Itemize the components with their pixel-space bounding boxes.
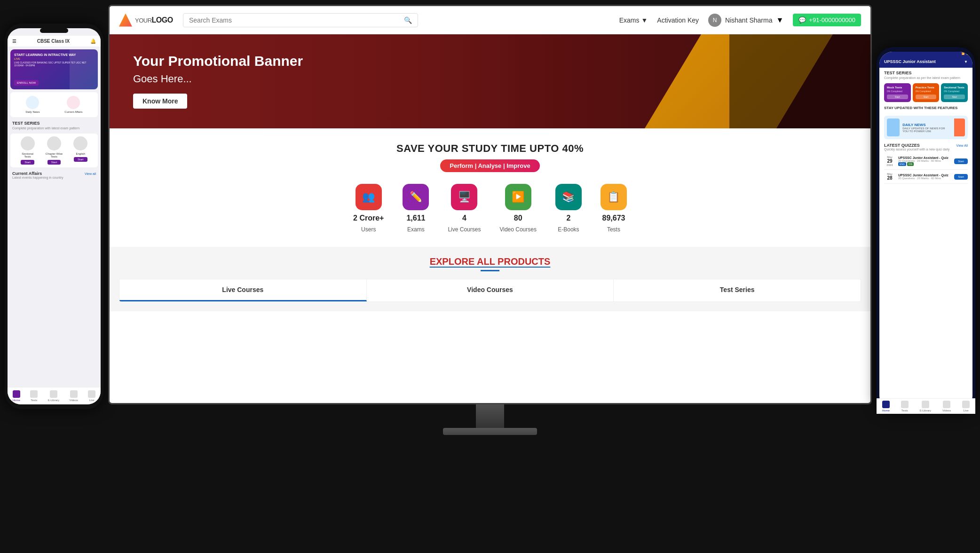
banner-cta-button[interactable]: Know More: [133, 94, 187, 109]
stats-grid: 👥 2 Crore+ Users ✏️ 1,611 Exams: [119, 184, 861, 242]
promotional-banner: Your Promotional Banner Goes Here... Kno…: [110, 34, 870, 128]
stats-headline: SAVE YOUR STUDY TIME UPTO 40%: [119, 142, 861, 155]
live-courses-number: 4: [462, 214, 466, 222]
user-chevron: ▼: [776, 16, 783, 24]
test-series-title: TEST SERIES: [8, 119, 101, 126]
ca-view-all[interactable]: View all: [85, 172, 96, 175]
sectional-tests-circle: [21, 136, 35, 150]
nav-elibrary[interactable]: E-Library: [48, 390, 59, 402]
current-affairs-label: Current Affairs: [64, 111, 82, 113]
whatsapp-icon: 💬: [798, 16, 806, 24]
right-selector[interactable]: UPSSSC Junior Assistant: [884, 59, 936, 64]
nav-home[interactable]: Home: [13, 390, 20, 402]
chapter-start-btn[interactable]: Start: [47, 160, 61, 165]
right-nav-tests[interactable]: Tests: [901, 401, 909, 409]
explore-title: EXPLORE ALL PRODUCTS: [119, 256, 861, 267]
ebooks-icon-box: 📚: [555, 184, 582, 210]
quizzes-sub: Quickly assess yourself with a new quiz …: [884, 148, 968, 151]
stay-updated-tag: [954, 118, 965, 136]
search-input[interactable]: [189, 16, 400, 24]
daily-news-sub: DAILY UPDATES OF NEWS FOR YOU TO POWER U…: [902, 127, 951, 133]
sectional-start-btn[interactable]: Start: [21, 160, 34, 165]
mock-tests-label: Mock Tests: [887, 86, 908, 89]
quizzes-view-all[interactable]: View All: [956, 144, 968, 147]
quiz-1-date: May 29 2024: [884, 156, 895, 166]
daily-news-icon-item[interactable]: Daily News: [25, 96, 40, 113]
badge-eng: ENG: [898, 162, 906, 166]
right-nav-elibrary[interactable]: E-Library: [920, 401, 931, 409]
right-nav-videos[interactable]: Videos: [942, 401, 951, 409]
quiz-1-start-btn[interactable]: Start: [954, 158, 968, 164]
tests-number: 89,673: [602, 214, 625, 222]
enroll-button[interactable]: ENROLL NOW: [14, 80, 39, 86]
chapter-tests-label: Chapter WiseTests: [46, 152, 63, 158]
video-courses-label: Video Courses: [499, 226, 537, 233]
banner-subtitle: Goes Here...: [133, 73, 847, 85]
banner-title: Your Promotional Banner: [133, 53, 847, 69]
right-test-series-title: TEST SERIES: [879, 68, 972, 76]
search-bar[interactable]: 🔍: [183, 13, 418, 27]
quiz-item-1: May 29 2024 UPSSSC Junior Assistant - Qu…: [884, 153, 968, 170]
logo-text: YOURLOGO: [135, 16, 173, 24]
practice-start-btn[interactable]: Start: [916, 95, 937, 99]
current-affairs-section: Current Affairs View all Latest events h…: [8, 169, 101, 181]
search-icon: 🔍: [404, 16, 412, 24]
right-test-series-sub: Complete preparation as per the latest e…: [879, 76, 972, 81]
test-series-grid: SectionalTests Start Chapter WiseTests S…: [10, 134, 98, 167]
english-start-btn[interactable]: Start: [74, 157, 87, 162]
activation-key-link[interactable]: Activation Key: [657, 16, 699, 24]
stat-users: 👥 2 Crore+ Users: [353, 184, 384, 233]
quiz-2-start-btn[interactable]: Start: [954, 174, 968, 180]
activation-label: Activation Key: [657, 16, 699, 24]
stats-tagline: Perform | Analyse | Improve: [440, 159, 540, 172]
tests-label: Tests: [607, 226, 620, 233]
phone-left-banner: START LEARNING IN INTRACTIVE WAY LIVE LI…: [10, 49, 98, 89]
user-name[interactable]: Nishant Sharma: [725, 16, 772, 24]
practice-tests-label: Practice Tests: [916, 86, 937, 89]
chapter-tests-item: Chapter WiseTests Start: [46, 136, 63, 165]
phone-right-bottom-nav: Home Tests E-Library Videos Live: [879, 398, 972, 409]
daily-news-title: DAILY NEWS: [902, 123, 951, 127]
live-courses-icon-box: 🖥️: [451, 184, 477, 210]
tab-test-series[interactable]: Test Series: [614, 279, 861, 301]
live-courses-label: Live Courses: [448, 226, 481, 233]
right-nav-live[interactable]: Live: [962, 401, 970, 409]
logo-icon: [119, 14, 132, 27]
stat-tests: 📋 89,673 Tests: [601, 184, 627, 233]
exams-label: Exams: [407, 226, 425, 233]
nav-right: Exams ▼ Activation Key N Nishant Sharma …: [619, 14, 861, 27]
sectional-start-btn-r[interactable]: Start: [944, 95, 965, 99]
quiz-1-info: UPSSSC Junior Assistant - Quiz 20 Questi…: [898, 156, 951, 166]
mock-tests-progress: 0% Completed: [887, 90, 908, 93]
stat-ebooks: 📚 2 E-Books: [555, 184, 582, 233]
exams-nav-link[interactable]: Exams ▼: [619, 16, 648, 24]
practice-tests-progress: 0% Completed: [916, 90, 937, 93]
stat-live-courses: 🖥️ 4 Live Courses: [448, 184, 481, 233]
quiz-2-date: May 28: [884, 173, 895, 181]
nav-videos[interactable]: Videos: [70, 390, 78, 402]
nav-tests[interactable]: Tests: [30, 390, 38, 402]
phone-notch: [40, 28, 68, 33]
sectional-tests-label: SectionalTests: [22, 152, 33, 158]
ca-sub: Latest events happening in country: [12, 176, 96, 179]
quizzes-section: LATEST QUIZZES View All Quickly assess y…: [879, 141, 972, 186]
current-affairs-icon-item[interactable]: Current Affairs: [64, 96, 82, 113]
tab-video-courses[interactable]: Video Courses: [367, 279, 614, 301]
explore-tabs: Live Courses Video Courses Test Series: [119, 279, 861, 302]
mock-start-btn[interactable]: Start: [887, 95, 908, 99]
sectional-tests-card: Sectional Tests 0% Completed Start: [941, 83, 968, 102]
tests-icon-box: 📋: [601, 184, 627, 210]
mock-tests-card: Mock Tests 0% Completed Start: [884, 83, 911, 102]
nav-live[interactable]: Live: [88, 390, 95, 402]
quizzes-title: LATEST QUIZZES: [884, 143, 920, 148]
phone-area[interactable]: 💬 +91-0000000000: [793, 14, 861, 26]
quiz-1-name: UPSSSC Junior Assistant - Quiz: [898, 156, 951, 159]
right-nav-home[interactable]: Home: [882, 401, 890, 409]
english-tests-label: English: [76, 152, 86, 155]
tab-live-courses[interactable]: Live Courses: [119, 279, 367, 301]
exams-icon-box: ✏️: [403, 184, 429, 210]
daily-news-img: [887, 118, 900, 136]
class-selector[interactable]: CBSE Class IX: [37, 39, 70, 44]
sectional-tests-label-r: Sectional Tests: [944, 86, 965, 89]
phone-icons-row: Daily News Current Affairs: [10, 92, 98, 117]
